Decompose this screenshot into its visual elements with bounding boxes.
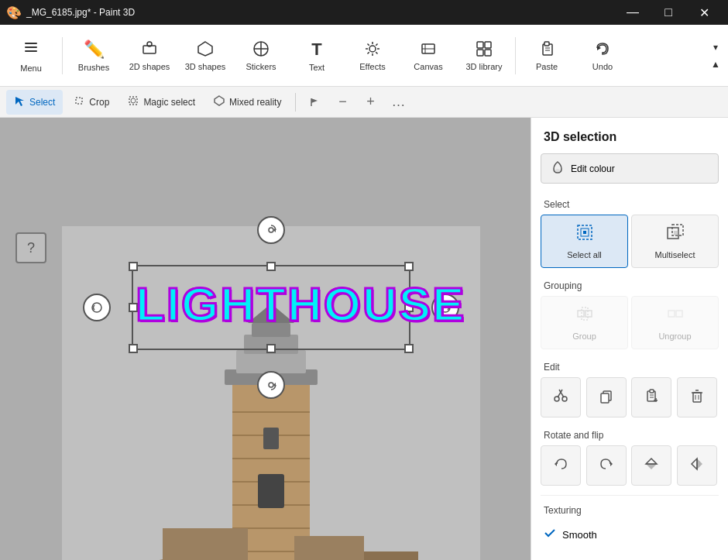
more-icon: … [391, 94, 405, 110]
grouping-section-label: Grouping [531, 274, 728, 296]
svg-rect-72 [585, 311, 592, 317]
3dlibrary-label: 3D library [465, 62, 502, 71]
toolbar-3dlibrary[interactable]: 3D library [456, 28, 512, 84]
svg-rect-2 [25, 50, 37, 52]
sub-toolbar: Select Crop Magic select Mixed reality [0, 87, 728, 118]
flip-vertical-button[interactable] [631, 445, 671, 486]
crop-icon [74, 95, 84, 108]
toolbar-brushes[interactable]: ✏️ Brushes [66, 28, 122, 84]
svg-marker-36 [311, 98, 318, 103]
sub-tool-mixed-reality[interactable]: Mixed reality [206, 90, 289, 115]
edit-colour-icon [551, 160, 565, 177]
minimize-button[interactable]: — [615, 0, 651, 25]
toolbar-effects[interactable]: Effects [345, 28, 400, 84]
stickers-label: Stickers [246, 62, 276, 71]
svg-rect-55 [163, 528, 248, 560]
canvas-label: Canvas [414, 62, 442, 71]
multiselect-icon [666, 223, 685, 246]
svg-rect-54 [263, 428, 279, 449]
delete-button[interactable] [677, 377, 717, 417]
toolbar-3dshapes[interactable]: 3D shapes [177, 28, 233, 84]
rotate-left-button[interactable] [541, 445, 581, 486]
select-label: Select [29, 97, 55, 108]
minus-button[interactable]: − [330, 90, 355, 115]
edit-colour-label: Edit colour [571, 163, 615, 174]
undo-icon [594, 40, 611, 59]
brushes-icon: ✏️ [84, 40, 105, 60]
rotate-grid [531, 445, 728, 492]
cut-button[interactable] [541, 377, 581, 417]
select-all-button[interactable]: Select all [541, 215, 628, 268]
plus-button[interactable]: + [358, 90, 383, 115]
toolbar-stickers[interactable]: Stickers [233, 28, 289, 84]
toolbar-canvas[interactable]: Canvas [400, 28, 456, 84]
sub-tool-magic-select[interactable]: Magic select [120, 90, 203, 115]
brushes-label: Brushes [78, 63, 109, 72]
rotate-right-button[interactable] [586, 445, 627, 486]
app-icon: 🎨 [6, 5, 22, 20]
copy-button[interactable] [586, 377, 627, 417]
ungroup-icon [666, 304, 685, 327]
select-icon [14, 95, 25, 108]
svg-marker-5 [198, 42, 212, 56]
toolbar-paste[interactable]: Paste [519, 28, 575, 84]
texturing-section-label: Texturing [531, 499, 728, 520]
svg-rect-81 [601, 393, 609, 403]
svg-point-79 [562, 397, 567, 401]
paste-special-icon [644, 388, 659, 407]
more-button[interactable]: … [386, 90, 410, 115]
svg-rect-83 [650, 390, 654, 393]
svg-rect-57 [364, 551, 418, 560]
group-button: Group [541, 296, 628, 349]
toolbar-expand-button[interactable]: ▾ [706, 40, 725, 55]
3dlibrary-icon [476, 40, 493, 59]
sub-tool-crop[interactable]: Crop [66, 90, 117, 115]
toolbar-undo[interactable]: Undo [575, 28, 630, 84]
select-all-icon [575, 223, 594, 246]
svg-rect-53 [258, 474, 284, 508]
flag-button[interactable] [302, 90, 327, 115]
toolbar-menu[interactable]: Menu [3, 28, 59, 84]
flip-horizontal-button[interactable] [677, 445, 717, 486]
canvas-area[interactable]: ? [0, 118, 531, 560]
multiselect-button[interactable]: Multiselect [631, 215, 719, 268]
svg-rect-73 [582, 307, 588, 320]
paste-special-button[interactable] [631, 377, 671, 417]
svg-rect-56 [294, 536, 364, 560]
undo-label: Undo [592, 62, 613, 71]
svg-rect-71 [578, 311, 584, 317]
edit-colour-button[interactable]: Edit colour [541, 153, 719, 184]
toolbar-divider-2 [515, 37, 516, 74]
canvas-icon [420, 40, 437, 59]
svg-rect-26 [544, 42, 549, 46]
svg-rect-70 [674, 231, 678, 235]
flip-vertical-icon [644, 456, 659, 476]
toolbar-2dshapes[interactable]: 2D shapes [122, 28, 177, 84]
copy-icon [599, 388, 614, 407]
delete-icon [689, 388, 705, 407]
svg-rect-74 [668, 311, 675, 317]
multiselect-label: Multiselect [655, 250, 695, 259]
cut-icon [553, 388, 568, 407]
menu-icon [22, 39, 39, 60]
svg-rect-67 [583, 231, 586, 234]
maximize-button[interactable]: □ [651, 0, 686, 25]
edit-grid [531, 377, 728, 424]
svg-marker-30 [15, 97, 24, 106]
group-icon [575, 304, 594, 327]
svg-point-78 [555, 397, 559, 401]
mixed-reality-icon [214, 95, 225, 108]
help-button[interactable]: ? [15, 232, 46, 263]
svg-rect-31 [76, 98, 82, 104]
svg-rect-51 [252, 323, 290, 337]
paste-label: Paste [536, 62, 558, 71]
svg-rect-24 [485, 50, 491, 56]
sub-tool-select[interactable]: Select [6, 90, 63, 115]
close-button[interactable]: ✕ [686, 0, 722, 25]
sub-toolbar-divider [295, 93, 296, 112]
toolbar-text[interactable]: T Text [289, 28, 345, 84]
grouping-grid: Group Ungroup [531, 296, 728, 356]
stickers-icon [252, 40, 270, 59]
mixed-reality-label: Mixed reality [229, 97, 281, 108]
toolbar-collapse-button[interactable]: ▲ [706, 57, 725, 72]
